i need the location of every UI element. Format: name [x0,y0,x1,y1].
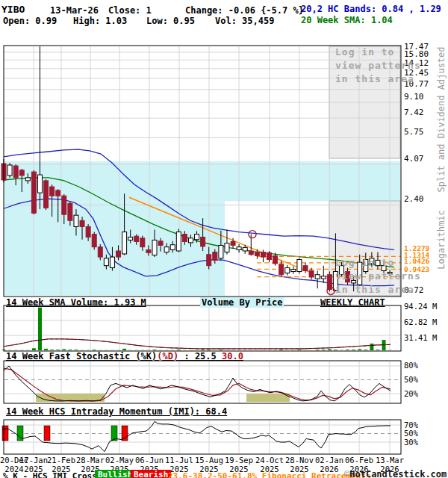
pattern-circle [249,231,256,238]
candle-down [261,252,265,258]
volume-bar [334,350,337,350]
candle-down [158,241,163,246]
adjusted-axis-label: Split and Dividend Adjusted [436,46,447,192]
volume-bar [364,350,367,350]
volume-bar [346,350,349,350]
volume-tick-label: 31.41 M [404,333,437,342]
stochastic-d-value: 30.0 [222,351,243,361]
candle-down [13,166,18,178]
volume-bar [153,350,157,350]
volume-bar [297,350,301,350]
candle-up [164,247,169,252]
volume-bar [358,350,361,350]
volume-by-price-bar [4,201,225,295]
candle-up [128,237,133,240]
candle-down [140,238,145,247]
candle-down [146,249,151,252]
candle-up [25,178,30,181]
volume-bar [201,350,205,350]
candle-down [31,172,36,213]
candle-up [315,275,320,279]
volume-bar [207,350,211,350]
imi-crossover-bearish [122,426,128,441]
candle-down [273,255,278,263]
candle-up [291,270,296,272]
login-overlay-bottom-line3: in this area [335,284,414,295]
copyright-label: ©HotCandlestick.com [344,469,447,478]
imi-line [2,421,391,451]
fib-level-label: 1.0426 [404,257,430,265]
stoch-tick-label: 80% [404,361,419,370]
candle-down [207,255,211,266]
volume-bar [122,349,126,350]
candle-down [98,247,102,257]
login-overlay-bottom-line1: Log in to [335,257,394,268]
candle-down [309,271,314,277]
date-tick-label: 02-Jan [315,456,343,465]
bullish-badge: Bullish [95,470,135,478]
date-tick-label: 28-Mar [76,456,105,465]
candle-up [237,247,241,250]
candle-down [249,251,253,255]
candle-up [243,247,247,251]
imi-tick-label: 30% [404,438,419,447]
candle-up [7,165,12,176]
candle-down [56,190,60,196]
date-tick-label: 06-Feb [345,456,373,465]
candle-up [188,238,193,243]
price-tick-label: 5.75 [404,127,424,137]
volume-bar [56,350,60,350]
imi-panel-title: 14 Week HCS Intraday Momentum (IMI): 68.… [6,406,227,417]
date-tick-label: 19-Sep [225,456,253,465]
date-tick-label: 11-Jul [165,456,193,465]
date-tick-label: 15-Aug [195,456,223,465]
volume-tick-label: 94.24 M [404,302,437,311]
volume-bar [38,308,42,350]
candle-down [279,264,284,275]
volume-bar [74,350,78,350]
candle-down [80,220,84,226]
candle-up [37,175,42,193]
date-tick-label: 13-Mar [376,456,404,465]
stochastic-k-value: 25.5 [195,351,217,361]
volume-bar [44,349,48,350]
candle-down [134,236,139,241]
candle-up [195,235,199,240]
volume-sma-black [4,339,391,349]
candle-up [122,232,127,254]
stoch-tick-label: 50% [404,375,419,384]
login-overlay-top-line1: Log in to [335,46,394,58]
fibonacci-legend-label: 23.6-38.2-50-61.8% Fibonacci Retracement… [168,471,371,478]
candle-up [110,257,114,267]
volume-bar [328,350,332,350]
candle-down [303,266,308,271]
candle-down [201,237,205,246]
candle-up [219,245,223,258]
date-tick-label: 21-Feb [47,456,75,465]
candle-down [50,187,55,196]
stochastic-title-d: (%D) [157,351,178,361]
price-tick-label: 2.40 [404,194,424,204]
date-tick-label: 17-Jan [19,456,48,465]
imi-crossover-bearish [44,426,50,441]
volume-bar [370,344,373,350]
volume-bar [62,350,66,350]
candle-down [267,252,272,259]
candle-up [74,215,78,226]
volume-bar [50,350,54,350]
volume-bar [279,350,283,350]
login-overlay-top-line3: in this area [335,73,414,84]
candle-up [297,260,302,272]
date-tick-label: 24-Oct [255,456,284,465]
stoch-tick-label: 20% [404,389,419,398]
login-overlay-top-line2: view patterns [335,60,421,71]
date-tick-label: 28-Nov [285,456,314,465]
volume-sma-red [4,339,391,349]
candle-up [176,232,181,251]
bearish-badge: Bearish [131,470,171,478]
candle-down [68,203,72,220]
price-tick-label: 4.07 [404,154,424,164]
stochastic-title-main: 14 Week Fast Stochastic (%K) [6,351,157,361]
candle-down [213,252,217,261]
imi-tick-label: 50% [404,429,419,438]
